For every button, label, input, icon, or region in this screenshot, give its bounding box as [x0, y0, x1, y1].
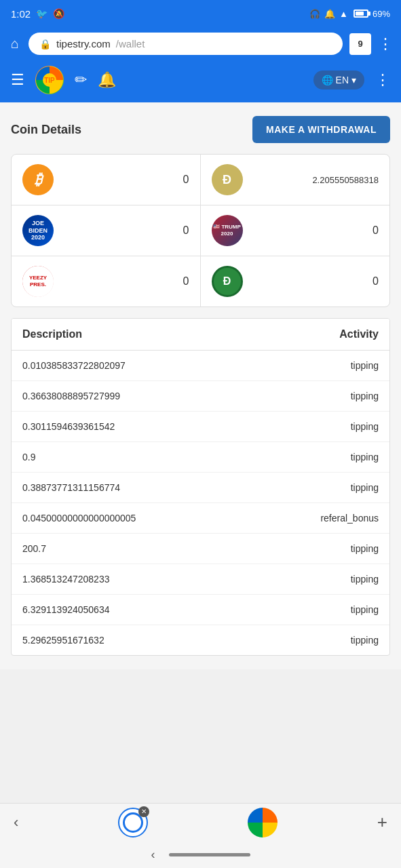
chevron-down-icon: ▾ [351, 75, 356, 85]
headphone-icon: 🎧 [309, 9, 320, 19]
row-activity: tipping [351, 391, 379, 401]
mute-icon: 🔔 [324, 9, 335, 19]
trump-amount: 0 [373, 224, 379, 237]
coin-cell-yeezy: YEEZY PRES. 0 [12, 256, 201, 307]
tab-count[interactable]: 9 [349, 33, 371, 55]
nav-bar: ☰ TIP ✏ 🔔 🌐 EN ▾ ⋮ [0, 60, 401, 102]
table-row: 0.38873771311156774 tipping [12, 473, 389, 503]
coin-cell-greendoge: Ð 0 [201, 256, 390, 307]
greendoge-icon: Ð [212, 266, 243, 297]
nav-more-button[interactable]: ⋮ [375, 71, 390, 89]
url-bar[interactable]: 🔒 tipestry.com/wallet [28, 33, 343, 55]
url-path: /wallet [116, 38, 145, 50]
status-bar: 1:02 🐦 🔕 🎧 🔔 ▲ 69% [0, 0, 401, 27]
main-content: Coin Details MAKE A WITHDRAWAL ₿ 0 Ð 2.2… [0, 102, 401, 669]
home-button[interactable]: ⌂ [8, 33, 22, 54]
yeezy-amount: 0 [183, 275, 189, 288]
greendoge-amount: 0 [373, 275, 379, 288]
lang-label: EN [336, 75, 349, 85]
row-activity: referal_bonus [320, 513, 379, 524]
row-description: 0.38873771311156774 [22, 482, 120, 493]
row-description: 0.010385833722802097 [22, 360, 126, 371]
notifications-button[interactable]: 🔔 [98, 71, 116, 89]
table-row: 6.329113924050634 tipping [12, 595, 389, 625]
coin-grid: ₿ 0 Ð 2.205550588318 JOE BIDEN 2020 0 🇺🇸… [11, 154, 390, 307]
time: 1:02 [11, 8, 31, 20]
table-header: Description Activity [12, 319, 389, 351]
table-row: 200.7 tipping [12, 534, 389, 564]
battery-icon [354, 9, 368, 18]
row-activity: tipping [351, 421, 379, 432]
row-activity: tipping [351, 635, 379, 646]
row-description: 0.04500000000000000005 [22, 513, 136, 524]
table-row: 5.29625951671632 tipping [12, 625, 389, 655]
row-description: 5.29625951671632 [22, 635, 104, 646]
trump-icon: 🇺🇸 TRUMP 2020 [212, 215, 243, 246]
edit-button[interactable]: ✏ [75, 71, 87, 89]
header-activity: Activity [339, 328, 379, 340]
table-row: 0.3011594639361542 tipping [12, 412, 389, 442]
doge-amount: 2.205550588318 [312, 175, 379, 185]
url-base: tipestry.com [56, 38, 111, 50]
row-activity: tipping [351, 604, 379, 615]
row-activity: tipping [351, 574, 379, 585]
coin-cell-doge: Ð 2.205550588318 [201, 155, 390, 205]
activity-table: Description Activity 0.01038583372280209… [11, 318, 390, 656]
address-bar: ⌂ 🔒 tipestry.com/wallet 9 ⋮ [0, 27, 401, 60]
android-back-chevron[interactable]: ‹ [151, 848, 155, 862]
row-activity: tipping [351, 360, 379, 371]
globe-icon: 🌐 [322, 75, 333, 85]
logo-center: TIP [43, 73, 56, 87]
notification-off-icon: 🔕 [53, 8, 64, 19]
btc-amount: 0 [183, 174, 189, 186]
biden-icon: JOE BIDEN 2020 [22, 215, 54, 246]
table-row: 0.04500000000000000005 referal_bonus [12, 503, 389, 534]
lock-icon: 🔒 [39, 39, 51, 50]
bottom-bar: ‹ ✕ + [0, 803, 401, 841]
hamburger-menu-button[interactable]: ☰ [11, 71, 24, 89]
active-tab-button[interactable]: ✕ [118, 808, 148, 837]
dogecoin-icon: Ð [212, 164, 243, 195]
android-home-pill[interactable] [169, 853, 250, 856]
row-activity: tipping [351, 482, 379, 493]
coin-cell-biden: JOE BIDEN 2020 0 [12, 205, 201, 256]
site-logo: TIP [35, 66, 64, 94]
bitcoin-icon: ₿ [22, 164, 54, 195]
tipestry-tab-button[interactable] [248, 808, 278, 837]
row-description: 0.3011594639361542 [22, 421, 115, 432]
coin-cell-trump: 🇺🇸 TRUMP 2020 0 [201, 205, 390, 256]
close-tab-icon[interactable]: ✕ [138, 806, 149, 817]
twitter-icon: 🐦 [36, 8, 47, 19]
header-description: Description [22, 328, 82, 340]
row-activity: tipping [351, 543, 379, 554]
row-activity: tipping [351, 452, 379, 462]
table-body: 0.010385833722802097 tipping 0.366380888… [12, 351, 389, 655]
table-row: 1.368513247208233 tipping [12, 564, 389, 595]
new-tab-button[interactable]: + [377, 812, 387, 833]
android-nav: ‹ [0, 841, 401, 868]
biden-amount: 0 [183, 224, 189, 237]
row-description: 0.36638088895727999 [22, 391, 120, 401]
coin-details-title: Coin Details [11, 123, 81, 137]
table-row: 0.9 tipping [12, 442, 389, 473]
row-description: 1.368513247208233 [22, 574, 109, 585]
withdrawal-button[interactable]: MAKE A WITHDRAWAL [252, 116, 390, 143]
row-description: 6.329113924050634 [22, 604, 109, 615]
battery-percent: 69% [373, 9, 390, 19]
row-description: 200.7 [22, 543, 46, 554]
wifi-icon: ▲ [339, 9, 348, 19]
table-row: 0.010385833722802097 tipping [12, 351, 389, 381]
yeezy-icon: YEEZY PRES. [22, 266, 54, 297]
table-row: 0.36638088895727999 tipping [12, 381, 389, 412]
coin-header: Coin Details MAKE A WITHDRAWAL [11, 116, 390, 143]
coin-cell-btc: ₿ 0 [12, 155, 201, 205]
row-description: 0.9 [22, 452, 35, 462]
browser-menu-button[interactable]: ⋮ [378, 35, 393, 53]
language-selector[interactable]: 🌐 EN ▾ [313, 71, 364, 90]
back-button[interactable]: ‹ [14, 814, 18, 831]
